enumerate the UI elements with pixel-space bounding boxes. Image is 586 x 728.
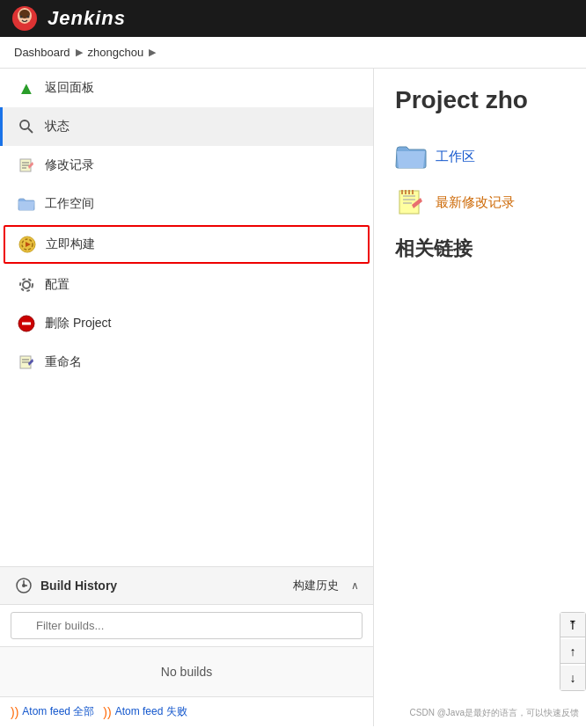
project-title: Project zho [395, 86, 565, 114]
green-up-icon: ▲ [17, 78, 36, 98]
filter-input-container [11, 612, 363, 639]
build-history-icon [14, 576, 33, 595]
changes-link-icon [395, 186, 427, 218]
rename-icon [17, 353, 36, 372]
svg-rect-34 [405, 190, 407, 194]
sidebar-item-changes-label: 修改记录 [45, 157, 94, 173]
app-header: Jenkins [0, 0, 586, 37]
build-history-header: Build History 构建历史 ∧ [0, 566, 373, 605]
sidebar-item-rename[interactable]: 重命名 [0, 343, 373, 382]
gear-icon [17, 275, 36, 295]
svg-rect-35 [408, 190, 410, 194]
main-layout: ▲ 返回面板 状态 [0, 69, 586, 726]
atom-feed-all-label[interactable]: Atom feed 全部 [22, 704, 94, 719]
breadcrumb-zhongchou[interactable]: zhongchou [88, 46, 144, 59]
filter-builds-input[interactable] [11, 612, 363, 639]
sidebar-item-workspace-label: 工作空间 [45, 196, 94, 212]
sidebar-item-workspace[interactable]: 工作空间 [0, 185, 373, 223]
feed-icon-fail: )) [103, 705, 111, 719]
sidebar-item-delete[interactable]: 删除 Project [0, 304, 373, 343]
sidebar-item-configure-label: 配置 [45, 277, 70, 293]
scroll-top-button[interactable]: ⤒ [560, 613, 585, 637]
build-history-cn-label: 构建历史 [293, 578, 339, 593]
sidebar-item-delete-label: 删除 Project [45, 316, 111, 331]
breadcrumb-arrow-2: ▶ [149, 47, 156, 58]
sidebar-item-build[interactable]: 立即构建 [4, 225, 370, 264]
search-icon [17, 117, 36, 136]
scroll-buttons: ⤒ ↑ ↓ [560, 612, 586, 691]
breadcrumb-arrow-1: ▶ [76, 47, 83, 58]
svg-rect-36 [412, 190, 414, 194]
svg-line-6 [28, 128, 33, 133]
folder-icon [17, 194, 36, 214]
sidebar-item-build-label: 立即构建 [46, 237, 95, 252]
sidebar-menu: ▲ 返回面板 状态 [0, 69, 373, 566]
atom-feed-bar: )) Atom feed 全部 )) Atom feed 失败 [0, 696, 373, 726]
sidebar-item-configure[interactable]: 配置 [0, 266, 373, 304]
breadcrumb: Dashboard ▶ zhongchou ▶ [0, 37, 586, 69]
feed-icon-all: )) [11, 705, 18, 719]
build-now-icon [18, 235, 37, 254]
project-links: 工作区 [395, 141, 565, 218]
sidebar-item-back[interactable]: ▲ 返回面板 [0, 69, 373, 107]
scroll-down-button[interactable]: ↓ [560, 666, 585, 690]
project-workspace-link[interactable]: 工作区 [395, 141, 565, 172]
build-history-chevron[interactable]: ∧ [351, 579, 359, 592]
scroll-up-button[interactable]: ↑ [560, 639, 585, 664]
app-title: Jenkins [48, 7, 126, 30]
csdn-watermark: CSDN @Java是最好的语言，可以快速反馈 [410, 707, 579, 719]
build-history-label: Build History [40, 579, 117, 593]
sidebar-item-rename-label: 重命名 [45, 354, 82, 370]
svg-rect-33 [401, 190, 403, 194]
workspace-link-label[interactable]: 工作区 [436, 149, 475, 165]
svg-point-15 [23, 281, 30, 288]
edit-icon [17, 156, 36, 175]
sidebar-item-status[interactable]: 状态 [0, 107, 373, 146]
related-links-title: 相关链接 [395, 236, 565, 262]
sidebar-item-status-label: 状态 [45, 119, 70, 135]
changes-link-label[interactable]: 最新修改记录 [436, 194, 515, 211]
sidebar-item-back-label: 返回面板 [45, 80, 94, 96]
workspace-link-icon [395, 141, 427, 172]
breadcrumb-dashboard[interactable]: Dashboard [14, 46, 70, 59]
right-panel: Project zho 工作区 [374, 69, 586, 726]
sidebar: ▲ 返回面板 状态 [0, 69, 374, 726]
svg-point-5 [20, 120, 29, 129]
sidebar-item-changes[interactable]: 修改记录 [0, 146, 373, 185]
delete-icon [17, 314, 36, 333]
svg-point-4 [27, 16, 30, 18]
no-builds-text: No builds [0, 647, 373, 696]
project-changes-link[interactable]: 最新修改记录 [395, 186, 565, 218]
atom-feed-fail-label[interactable]: Atom feed 失败 [115, 704, 187, 719]
jenkins-logo [11, 4, 39, 33]
filter-input-wrapper [0, 605, 373, 647]
svg-point-3 [20, 16, 23, 18]
